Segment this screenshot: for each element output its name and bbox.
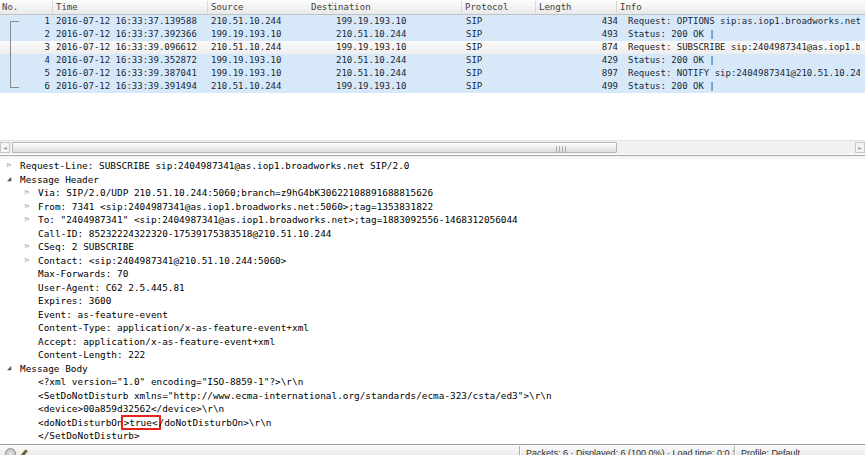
cell-info: Request: SUBSCRIBE sip:2404987341@as.iop… [628,41,860,54]
cell-destination: 210.51.10.244 [336,67,406,80]
cell-destination: 210.51.10.244 [336,54,406,67]
cell-protocol: SIP [466,67,482,80]
cell-info: Request: NOTIFY sip:2404987341@210.51.10… [628,67,860,80]
detail-text: Request-Line: SUBSCRIBE sip:2404987341@a… [0,160,409,171]
cell-length: 493 [570,28,618,41]
cell-time: 2016-07-12 16:33:39.352872 [56,54,197,67]
detail-text: Message Header [0,174,99,185]
column-header-no[interactable]: No. [2,2,18,12]
detail-line-7[interactable]: ▷Contact: <sip:2404987341@210.51.10.244:… [0,254,865,268]
cell-info: Status: 200 OK | [628,80,860,93]
cell-destination: 199.19.193.10 [336,15,406,28]
scrollbar-grip-icon [556,146,566,153]
detail-line-6[interactable]: ▷CSeq: 2 SUBSCRIBE [0,240,865,254]
cell-length: 434 [570,15,618,28]
column-separator[interactable] [461,1,462,13]
column-header-info[interactable]: Info [620,2,642,12]
packet-row-5[interactable]: 52016-07-12 16:33:39.387041199.19.193.10… [0,67,865,80]
packet-list-pane: No.TimeSourceDestinationProtocolLengthIn… [0,0,865,140]
detail-line-0[interactable]: ▷Request-Line: SUBSCRIBE sip:2404987341@… [0,159,865,173]
scrollbar-thumb[interactable] [12,142,617,153]
status-profile[interactable]: Profile: Default [741,448,800,455]
detail-text: Contact: <sip:2404987341@210.51.10.244:5… [0,255,286,266]
wireshark-window: No.TimeSourceDestinationProtocolLengthIn… [0,0,865,455]
cell-source: 210.51.10.244 [211,80,281,93]
packet-row-3[interactable]: 32016-07-12 16:33:39.096612210.51.10.244… [0,41,865,54]
expander-expanded-icon[interactable]: ◢ [7,362,11,376]
packet-list-rows: 12016-07-12 16:33:37.139588210.51.10.244… [0,15,865,93]
cell-time: 2016-07-12 16:33:37.392366 [56,28,197,41]
detail-text: Via: SIP/2.0/UDP 210.51.10.244:5060;bran… [0,187,433,198]
capture-comment-icon[interactable] [21,448,31,455]
status-packet-counts: Packets: 6 · Displayed: 6 (100.0%) · Loa… [526,448,737,455]
detail-line-17[interactable]: <SetDoNotDisturb xmlns="http://www.ecma-… [0,389,865,403]
cell-time: 2016-07-12 16:33:39.391494 [56,80,197,93]
packet-row-1[interactable]: 12016-07-12 16:33:37.139588210.51.10.244… [0,15,865,28]
expander-collapsed-icon[interactable]: ▷ [25,186,29,200]
detail-line-10[interactable]: Expires: 3600 [0,294,865,308]
cell-no: 3 [0,41,50,54]
column-separator[interactable] [52,1,53,13]
expert-info-icon[interactable] [5,448,16,455]
detail-line-11[interactable]: Event: as-feature-event [0,308,865,322]
detail-line-14[interactable]: Content-Length: 222 [0,348,865,362]
detail-text: Accept: application/x-as-feature-event+x… [0,336,275,347]
expander-expanded-icon[interactable]: ◢ [7,173,11,187]
expander-collapsed-icon[interactable]: ▷ [7,159,11,173]
cell-no: 4 [0,54,50,67]
cell-protocol: SIP [466,28,482,41]
detail-line-18[interactable]: <device>00a859d32562</device>\r\n [0,402,865,416]
detail-line-1[interactable]: ◢Message Header [0,173,865,187]
detail-line-19[interactable]: <doNotDisturbOn>true</doNotDisturbOn>\r\… [0,416,865,430]
detail-text: To: "2404987341" <sip:2404987341@as.iop1… [0,214,518,225]
column-separator[interactable] [616,1,617,13]
detail-line-9[interactable]: User-Agent: C62 2.5.445.81 [0,281,865,295]
detail-text: </SetDoNotDisturb> [0,430,140,441]
cell-length: 874 [570,41,618,54]
column-separator[interactable] [207,1,208,13]
column-separator[interactable] [535,1,536,13]
detail-line-5[interactable]: Call-ID: 85232224322320-17539175383518@2… [0,227,865,241]
cell-destination: 210.51.10.244 [336,28,406,41]
scrollbar-left-arrow-icon[interactable]: ◄ [0,142,10,153]
detail-line-2[interactable]: ▷Via: SIP/2.0/UDP 210.51.10.244:5060;bra… [0,186,865,200]
detail-line-8[interactable]: Max-Forwards: 70 [0,267,865,281]
cell-protocol: SIP [466,41,482,54]
expander-collapsed-icon[interactable]: ▷ [25,213,29,227]
detail-line-15[interactable]: ◢Message Body [0,362,865,376]
expander-collapsed-icon[interactable]: ▷ [25,240,29,254]
scrollbar-right-arrow-icon[interactable]: ► [855,142,865,153]
detail-text: Expires: 3600 [0,295,111,306]
column-header-destination[interactable]: Destination [311,2,371,12]
status-divider [519,446,521,455]
cell-length: 499 [570,80,618,93]
packet-row-4[interactable]: 42016-07-12 16:33:39.352872199.19.193.10… [0,54,865,67]
status-divider [734,446,736,455]
cell-info: Status: 200 OK | [628,54,860,67]
detail-line-3[interactable]: ▷From: 7341 <sip:2404987341@as.iop1.broa… [0,200,865,214]
column-separator[interactable] [332,1,333,13]
detail-line-4[interactable]: ▷To: "2404987341" <sip:2404987341@as.iop… [0,213,865,227]
cell-time: 2016-07-12 16:33:37.139588 [56,15,197,28]
detail-line-13[interactable]: Accept: application/x-as-feature-event+x… [0,335,865,349]
cell-no: 2 [0,28,50,41]
detail-line-20[interactable]: </SetDoNotDisturb> [0,429,865,443]
detail-line-16[interactable]: <?xml version="1.0" encoding="ISO-8859-1… [0,375,865,389]
detail-text: Content-Type: application/x-as-feature-e… [0,322,309,333]
annotation-red-box: >true< [121,415,161,430]
detail-text: Content-Length: 222 [0,349,145,360]
column-header-protocol[interactable]: Protocol [465,2,508,12]
expander-collapsed-icon[interactable]: ▷ [25,254,29,268]
column-header-length[interactable]: Length [539,2,572,12]
packet-list-hscrollbar[interactable]: ◄ ► [0,140,865,154]
cell-destination: 199.19.193.10 [336,41,406,54]
column-header-source[interactable]: Source [211,2,244,12]
cell-destination: 199.19.193.10 [336,80,406,93]
cell-source: 210.51.10.244 [211,15,281,28]
packet-row-2[interactable]: 22016-07-12 16:33:37.392366199.19.193.10… [0,28,865,41]
column-header-time[interactable]: Time [56,2,78,12]
packet-row-6[interactable]: 62016-07-12 16:33:39.391494210.51.10.244… [0,80,865,93]
detail-text: CSeq: 2 SUBSCRIBE [0,241,134,252]
detail-line-12[interactable]: Content-Type: application/x-as-feature-e… [0,321,865,335]
expander-collapsed-icon[interactable]: ▷ [25,200,29,214]
